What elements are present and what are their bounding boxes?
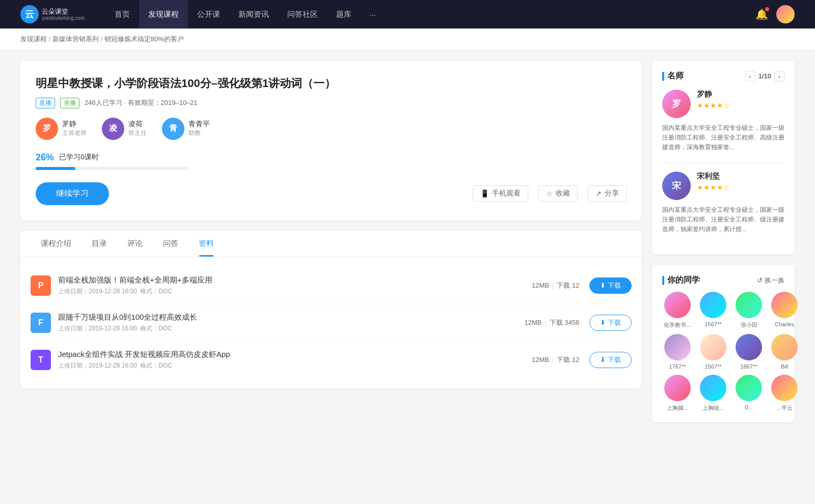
course-meta-text: 246人已学习 · 有效期至：2019–10–21 bbox=[85, 98, 198, 107]
classmate-3[interactable]: Charles bbox=[769, 292, 800, 329]
star-icon: ☆ bbox=[546, 189, 553, 198]
classmate-7-avatar bbox=[771, 334, 798, 360]
classmates-grid: 化学教书... 1567** 张小田 Charles 1767** bbox=[662, 292, 784, 412]
teacher-1-role: 班主任 bbox=[128, 129, 147, 137]
classmates-title: 你的同学 bbox=[662, 275, 700, 286]
breadcrumb: 发现课程 / 新媒体营销系列 / 销冠修炼术搞定80%的客户 bbox=[0, 29, 815, 50]
logo[interactable]: 云 云朵课堂 yundouketang.com bbox=[20, 5, 85, 23]
sidebar-teacher-1-stars: ★★★★☆ bbox=[697, 183, 730, 191]
nav-right: 🔔 bbox=[755, 5, 795, 23]
refresh-classmates-button[interactable]: ↺ 换一换 bbox=[757, 276, 784, 285]
progress-percent: 26% bbox=[36, 152, 54, 163]
file-name-0: 前端全栈加强版！前端全栈+全周期+多端应用 bbox=[58, 275, 532, 285]
progress-bar-bg bbox=[36, 167, 188, 170]
share-button[interactable]: ↗ 分享 bbox=[588, 185, 627, 202]
sidebar-teacher-1-desc: 国内某重点大学安全工程专业硕士，国家一级注册消防工程师、注册安全工程师、级注册建… bbox=[662, 205, 784, 235]
bell-notification-dot bbox=[765, 7, 769, 11]
classmate-1-name: 1567** bbox=[698, 321, 728, 327]
teacher-1: 凌 凌荷 班主任 bbox=[102, 118, 147, 140]
classmate-0-avatar bbox=[664, 292, 691, 318]
tab-materials[interactable]: 资料 bbox=[188, 231, 224, 257]
nav-item-quiz[interactable]: 题库 bbox=[327, 0, 361, 29]
file-meta-2: 上传日期：2019-12-28 16:00 格式：DOC bbox=[58, 361, 532, 370]
nav-item-discover[interactable]: 发现课程 bbox=[139, 0, 188, 29]
file-stats-2: 12MB|下载 12 bbox=[532, 355, 579, 365]
progress-label: 26% 已学习0课时 bbox=[36, 152, 627, 163]
teacher-2-role: 助教 bbox=[188, 129, 210, 137]
classmates-title-bar bbox=[662, 276, 664, 285]
user-avatar[interactable] bbox=[776, 5, 795, 23]
classmate-0[interactable]: 化学教书... bbox=[662, 292, 693, 329]
tab-intro[interactable]: 课程介绍 bbox=[31, 231, 82, 257]
sidebar-teacher-0-avatar: 罗 bbox=[662, 90, 691, 118]
classmate-3-avatar bbox=[771, 292, 798, 318]
nav-item-qa[interactable]: 问答社区 bbox=[278, 0, 327, 29]
nav-items: 首页 发现课程 公开课 新闻资讯 问答社区 题库 ··· bbox=[105, 0, 755, 29]
collect-button[interactable]: ☆ 收藏 bbox=[538, 185, 578, 202]
progress-bar-fill bbox=[36, 167, 75, 170]
badge-live: 直播 bbox=[36, 98, 55, 108]
classmate-5[interactable]: 1567** bbox=[698, 334, 728, 370]
classmate-10[interactable]: 0... bbox=[734, 375, 764, 412]
tabs-card: 课程介绍 目录 评论 问答 资料 P 前端全栈加强版！前端全栈+全周期+多端应用… bbox=[20, 231, 642, 388]
classmate-4[interactable]: 1767** bbox=[662, 334, 693, 370]
classmate-4-name: 1767** bbox=[662, 363, 693, 370]
classmate-5-avatar bbox=[700, 334, 726, 360]
nav-item-home[interactable]: 首页 bbox=[105, 0, 139, 29]
classmate-11[interactable]: ...平云 bbox=[769, 375, 800, 412]
classmate-9-avatar bbox=[700, 375, 726, 401]
teacher-0: 罗 罗静 主讲老师 bbox=[36, 118, 87, 140]
share-label: 分享 bbox=[605, 189, 619, 198]
refresh-icon: ↺ bbox=[757, 276, 763, 284]
classmates-card: 你的同学 ↺ 换一换 化学教书... 1567** bbox=[652, 265, 795, 422]
download-button-0[interactable]: ⬇ 下载 bbox=[589, 277, 632, 294]
classmate-6-name: 1867** bbox=[734, 363, 764, 370]
breadcrumb-series[interactable]: 新媒体营销系列 bbox=[52, 35, 99, 43]
classmate-9[interactable]: 上胸续... bbox=[698, 375, 728, 412]
teacher-divider bbox=[662, 163, 784, 163]
nav-item-more[interactable]: ··· bbox=[361, 0, 386, 29]
main-layout: 明星中教授课，小学阶段语法100分–强化级第1讲动词（一） 直播 录播 246人… bbox=[0, 50, 815, 442]
continue-learning-button[interactable]: 继续学习 bbox=[36, 182, 109, 205]
tab-reviews[interactable]: 评论 bbox=[117, 231, 153, 257]
classmate-3-name: Charles bbox=[769, 321, 800, 327]
file-stats-1: 12MB|下载 3456 bbox=[524, 318, 579, 327]
file-info-0: 前端全栈加强版！前端全栈+全周期+多端应用 上传日期：2019-12-28 16… bbox=[58, 275, 532, 296]
prev-teacher-button[interactable]: ‹ bbox=[745, 71, 755, 81]
download-button-2[interactable]: ⬇ 下载 bbox=[589, 352, 632, 368]
classmate-2-name: 张小田 bbox=[734, 321, 764, 329]
sidebar: 名师 ‹ 1/10 › 罗 罗静 ★★★★☆ 国内某重点大学安全工程专业硕士，国… bbox=[652, 61, 795, 432]
classmate-7[interactable]: Bill bbox=[769, 334, 800, 370]
tab-contents[interactable]: 目录 bbox=[82, 231, 117, 257]
file-item-0: P 前端全栈加强版！前端全栈+全周期+多端应用 上传日期：2019-12-28 … bbox=[31, 267, 632, 304]
teachers-nav: ‹ 1/10 › bbox=[745, 71, 784, 81]
classmate-9-name: 上胸续... bbox=[698, 404, 728, 412]
nav-item-opencourse[interactable]: 公开课 bbox=[188, 0, 229, 29]
breadcrumb-discover[interactable]: 发现课程 bbox=[20, 35, 47, 43]
logo-icon: 云 bbox=[20, 5, 39, 23]
tab-qa[interactable]: 问答 bbox=[153, 231, 188, 257]
refresh-label: 换一换 bbox=[765, 276, 784, 285]
nav-item-news[interactable]: 新闻资讯 bbox=[229, 0, 278, 29]
file-info-1: 跟随千万级项目从0到100全过程高效成长 上传日期：2019-12-28 16:… bbox=[58, 313, 524, 333]
classmate-7-name: Bill bbox=[769, 363, 800, 370]
classmate-8-avatar bbox=[664, 375, 691, 401]
classmate-4-avatar bbox=[664, 334, 691, 360]
file-item-1: F 跟随千万级项目从0到100全过程高效成长 上传日期：2019-12-28 1… bbox=[31, 304, 632, 342]
file-name-1: 跟随千万级项目从0到100全过程高效成长 bbox=[58, 313, 524, 322]
file-info-2: Jetpack全组件实战 开发短视频应用高仿皮皮虾App 上传日期：2019-1… bbox=[58, 350, 532, 370]
classmate-2-avatar bbox=[736, 292, 762, 318]
classmate-8-name: 上胸脯... bbox=[662, 404, 693, 412]
classmate-1-avatar bbox=[700, 292, 726, 318]
next-teacher-button[interactable]: › bbox=[774, 71, 784, 81]
download-button-1[interactable]: ⬇ 下载 bbox=[589, 315, 632, 331]
classmate-2[interactable]: 张小田 bbox=[734, 292, 764, 329]
mobile-view-button[interactable]: 📱 手机观看 bbox=[473, 185, 528, 202]
classmate-8[interactable]: 上胸脯... bbox=[662, 375, 693, 412]
breadcrumb-course[interactable]: 销冠修炼术搞定80%的客户 bbox=[104, 35, 184, 43]
bell-icon[interactable]: 🔔 bbox=[755, 8, 768, 20]
classmate-6[interactable]: 1867** bbox=[734, 334, 764, 370]
tabs: 课程介绍 目录 评论 问答 资料 bbox=[20, 231, 642, 257]
mobile-icon: 📱 bbox=[480, 189, 489, 198]
classmate-1[interactable]: 1567** bbox=[698, 292, 728, 329]
